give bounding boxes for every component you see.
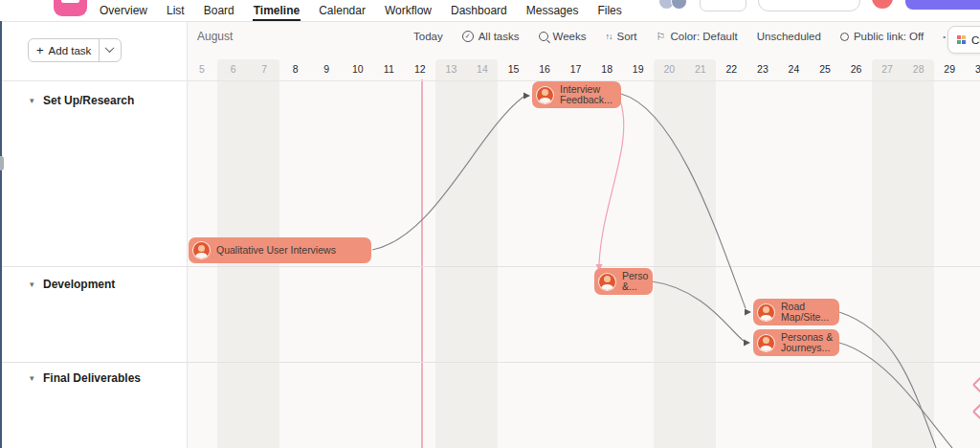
task-label: RoadMap/Site... [781,302,829,324]
add-task-label: Add task [49,45,92,56]
section-title: Development [43,278,115,291]
nav-tabs: OverviewListBoardTimelineCalendarWorkflo… [99,0,623,21]
date-header: 5678910111213141516171819202122232425262… [0,57,980,80]
task-card[interactable]: InterviewFeedback... [532,81,621,108]
date-label: 17 [560,57,591,80]
date-label: 26 [840,57,872,80]
member-avatar[interactable] [671,0,687,10]
collapse-triangle-icon[interactable]: ▾ [30,96,43,105]
tab-list[interactable]: List [166,0,186,21]
task-card[interactable]: Qualitative User Interviews [189,237,371,263]
notification-badge[interactable] [872,0,893,9]
tab-board[interactable]: Board [203,0,235,21]
today-marker-line [421,79,423,448]
tab-workflow[interactable]: Workflow [384,0,433,21]
section-header[interactable]: ▾Final Deliverables [0,370,187,386]
sidebar-timeline-divider [187,21,188,448]
task-label: InterviewFeedback... [560,84,612,106]
task-card[interactable]: RoadMap/Site... [753,299,839,325]
date-label: 20 [654,57,685,80]
assignee-avatar [192,241,211,259]
date-label: 8 [279,57,311,80]
public-link-label: Public link: Off [854,31,924,42]
date-label: 24 [778,57,810,80]
weekend-shade [654,59,716,448]
search-bar[interactable] [758,0,860,11]
task-label: Personas &Journeys... [781,332,833,354]
date-label: 30 [966,57,980,80]
tab-files[interactable]: Files [596,0,622,21]
sidebar-background [0,80,187,448]
date-header-border [0,80,980,81]
color-option-button[interactable]: ⚐Color: Default [657,31,738,42]
flag-icon: ⚐ [657,32,666,41]
collapse-triangle-icon[interactable]: ▾ [30,280,43,289]
all-tasks-filter-button[interactable]: ✓All tasks [462,31,520,42]
date-label: 16 [529,57,561,80]
task-card[interactable]: Perso&... [594,268,653,295]
date-label: 25 [810,57,841,80]
date-label: 27 [872,57,903,80]
date-label: 13 [435,57,467,80]
today-label: Today [413,31,443,42]
assignee-avatar [598,273,616,291]
project-icon[interactable] [54,0,87,16]
share-button[interactable] [700,0,746,11]
primary-action-button[interactable] [905,0,980,10]
section-header[interactable]: ▾Set Up/Research [0,93,187,108]
tab-overview[interactable]: Overview [99,0,148,21]
section-header[interactable]: ▾Development [0,277,187,292]
date-label: 21 [685,57,717,80]
add-task-button[interactable]: + Add task [28,38,122,62]
chevron-down-icon[interactable] [105,43,115,53]
task-label: Perso&... [622,271,648,293]
button-divider [99,39,100,61]
customize-label: Customize [971,34,980,46]
assignee-avatar [536,86,554,104]
section-row-divider [0,266,980,267]
window-edge-strip [0,21,2,448]
assignee-avatar [757,303,775,322]
date-label: 5 [187,57,218,80]
asana-timeline-screen: OverviewListBoardTimelineCalendarWorkflo… [0,0,980,448]
assignee-avatar [757,334,775,352]
color-label: Color: Default [670,31,737,42]
weekend-shade [872,59,934,448]
month-label: August [197,30,233,43]
public-link-button[interactable]: Public link: Off [840,31,924,42]
date-label: 10 [343,57,374,80]
tab-timeline[interactable]: Timeline [253,0,301,21]
unscheduled-label: Unscheduled [757,31,821,42]
magnifier-icon [539,32,548,41]
tab-messages[interactable]: Messages [525,0,580,21]
project-icon-glyph [61,0,79,3]
date-label: 11 [373,57,405,80]
date-label: 19 [622,57,654,80]
section-row-divider [0,362,980,363]
date-label: 12 [405,57,436,80]
date-label: 15 [498,57,529,80]
sort-button[interactable]: ↑↓Sort [605,31,636,42]
timeline-toolbar: Today ✓All tasks Weeks ↑↓Sort ⚐Color: De… [413,29,957,44]
date-label: 28 [902,57,934,80]
tab-dashboard[interactable]: Dashboard [450,0,508,21]
weeks-label: Weeks [553,31,587,42]
date-label: 7 [249,57,280,80]
date-label: 23 [747,57,779,80]
sort-arrows-icon: ↑↓ [605,32,612,41]
collapse-triangle-icon[interactable]: ▾ [30,373,43,383]
date-label: 18 [591,57,623,80]
unscheduled-button[interactable]: Unscheduled [757,31,821,42]
tab-calendar[interactable]: Calendar [318,0,367,21]
section-title: Final Deliverables [43,371,141,385]
task-card[interactable]: Personas &Journeys... [753,329,839,356]
check-circle-icon: ✓ [462,31,474,42]
sidebar-handle[interactable] [0,156,4,170]
zoom-weeks-button[interactable]: Weeks [539,31,587,42]
today-button[interactable]: Today [413,31,443,42]
customize-button[interactable]: Customize [947,26,980,54]
plus-icon: + [29,43,49,57]
sort-label: Sort [616,31,636,42]
section-title: Set Up/Research [43,94,134,107]
date-label: 14 [467,57,499,80]
